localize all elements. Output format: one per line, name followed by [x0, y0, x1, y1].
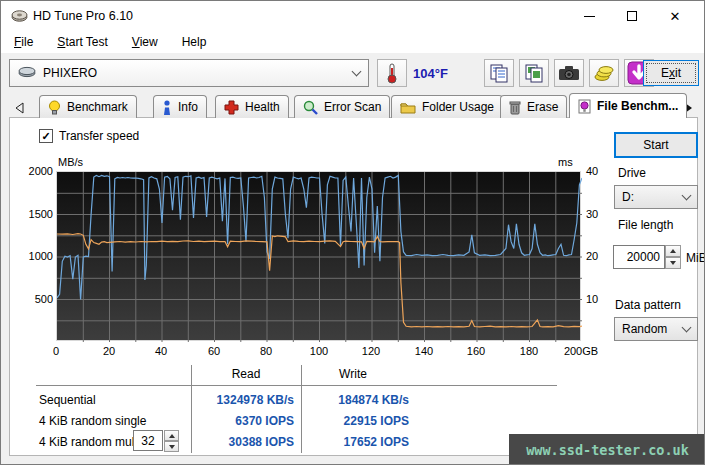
axis-tick-label: 40 [586, 165, 610, 177]
file-length-unit: MiB [686, 251, 705, 265]
close-button[interactable]: ✕ [658, 1, 692, 31]
tab-benchmark-label: Benchmark [67, 100, 128, 114]
axis-tick-label: 100 [297, 345, 341, 357]
arrow-left-icon [15, 102, 24, 114]
axis-tick-label: 180 [507, 345, 551, 357]
benchmark-chart [56, 171, 581, 341]
table-column-divider-2 [301, 365, 302, 453]
arrow-up-icon [670, 249, 676, 253]
chevron-down-icon [352, 66, 362, 76]
arrow-down-icon [169, 445, 175, 449]
transfer-speed-checkbox-row[interactable]: ✓ Transfer speed [39, 129, 139, 143]
magnifier-icon [303, 100, 318, 115]
drive-combo-value: PHIXERO [43, 66, 97, 80]
trash-icon [509, 100, 521, 115]
axis-tick-label: 160 [454, 345, 498, 357]
file-length-down-button[interactable] [665, 257, 681, 269]
tab-folder-usage-label: Folder Usage [422, 100, 494, 114]
copy-icon [489, 63, 509, 83]
y-axis-left-unit: MB/s [58, 156, 83, 168]
queue-depth-down-button[interactable] [164, 441, 179, 452]
disk-icon [18, 66, 36, 81]
hd-tune-app-icon [11, 8, 28, 26]
axis-tick-label: 30 [586, 208, 610, 220]
axis-tick-label: 2000 [17, 165, 53, 177]
axis-tick-label: 200GB [559, 345, 603, 357]
temperature-button[interactable] [377, 59, 407, 87]
random-single-read-value: 6370 IOPS [196, 414, 294, 428]
copy-image-button[interactable] [519, 59, 549, 87]
tab-health[interactable]: Health [215, 95, 289, 118]
checkbox-checked-icon[interactable]: ✓ [39, 129, 53, 143]
axis-tick-label: 500 [17, 293, 53, 305]
maximize-icon [627, 11, 637, 21]
drive-dropdown[interactable]: D: [614, 185, 698, 209]
close-icon: ✕ [670, 9, 681, 24]
axis-tick-label: 20 [586, 250, 610, 262]
maximize-button[interactable] [615, 1, 649, 31]
file-length-input[interactable] [613, 245, 665, 269]
tab-scroll-left-button[interactable] [15, 102, 24, 114]
menu-file[interactable]: File [5, 32, 42, 52]
tab-benchmark[interactable]: Benchmark [39, 95, 137, 118]
tab-info[interactable]: Info [153, 95, 207, 118]
minimize-icon [584, 16, 595, 17]
sequential-read-value: 1324978 KB/s [196, 393, 294, 407]
title-bar: HD Tune Pro 6.10 ✕ [1, 1, 704, 31]
file-benchmark-icon [578, 99, 591, 114]
table-header-divider [36, 385, 557, 386]
drive-select-combo[interactable]: PHIXERO [9, 59, 369, 87]
y-axis-right-unit: ms [558, 156, 573, 168]
transfer-speed-label: Transfer speed [59, 129, 139, 143]
axis-tick-label: 0 [34, 345, 78, 357]
thermometer-icon [386, 62, 398, 84]
arrow-down-icon [670, 261, 676, 265]
exit-button[interactable]: Exit [643, 60, 699, 86]
camera-icon [558, 65, 580, 81]
axis-tick-label: 1500 [17, 208, 53, 220]
random-single-write-value: 22915 IOPS [311, 414, 409, 428]
tab-folder-usage[interactable]: Folder Usage [391, 95, 503, 118]
tab-error-scan[interactable]: Error Scan [294, 95, 390, 118]
sequential-write-value: 184874 KB/s [311, 393, 409, 407]
axis-tick-label: 1000 [17, 250, 53, 262]
tab-error-scan-label: Error Scan [324, 100, 381, 114]
random-multi-read-value: 30388 IOPS [196, 435, 294, 449]
menu-bar: File Start Test View Help [1, 31, 704, 53]
data-pattern-label: Data pattern [615, 298, 681, 312]
copy-text-button[interactable] [484, 59, 514, 87]
axis-tick-label: 40 [139, 345, 183, 357]
tab-file-benchmark[interactable]: File Benchm... [569, 93, 687, 118]
watermark: www.ssd-tester.co.uk [509, 434, 705, 465]
info-icon [162, 100, 172, 115]
file-length-label: File length [618, 218, 673, 232]
chevron-down-icon [682, 190, 692, 200]
column-header-read: Read [196, 367, 296, 381]
screenshot-button[interactable] [554, 59, 584, 87]
data-pattern-dropdown[interactable]: Random [614, 317, 698, 341]
axis-tick-label: 60 [192, 345, 236, 357]
drive-dropdown-value: D: [622, 190, 634, 204]
minimize-button[interactable] [572, 1, 606, 31]
save-results-button[interactable] [589, 59, 619, 87]
tab-bar: Benchmark Info Health Error Scan Folder … [1, 93, 704, 118]
menu-help[interactable]: Help [173, 32, 216, 52]
tab-erase-label: Erase [527, 100, 558, 114]
row-label: 4 KiB random multi [39, 435, 140, 449]
tab-erase[interactable]: Erase [500, 95, 567, 118]
queue-depth-input[interactable] [133, 430, 163, 451]
axis-tick-label: 10 [586, 293, 610, 305]
temperature-value: 104°F [413, 66, 448, 81]
file-length-up-button[interactable] [665, 245, 681, 257]
window-title: HD Tune Pro 6.10 [33, 9, 133, 23]
health-cross-icon [224, 100, 239, 115]
tab-info-label: Info [178, 100, 198, 114]
app-window: HD Tune Pro 6.10 ✕ File Start Test View … [0, 0, 705, 465]
menu-start-test[interactable]: Start Test [48, 32, 116, 52]
tab-health-label: Health [245, 100, 280, 114]
queue-depth-up-button[interactable] [164, 430, 179, 441]
row-label: Sequential [39, 393, 96, 407]
start-button[interactable]: Start [614, 132, 698, 158]
menu-view[interactable]: View [123, 32, 167, 52]
drive-label: Drive [618, 166, 646, 180]
